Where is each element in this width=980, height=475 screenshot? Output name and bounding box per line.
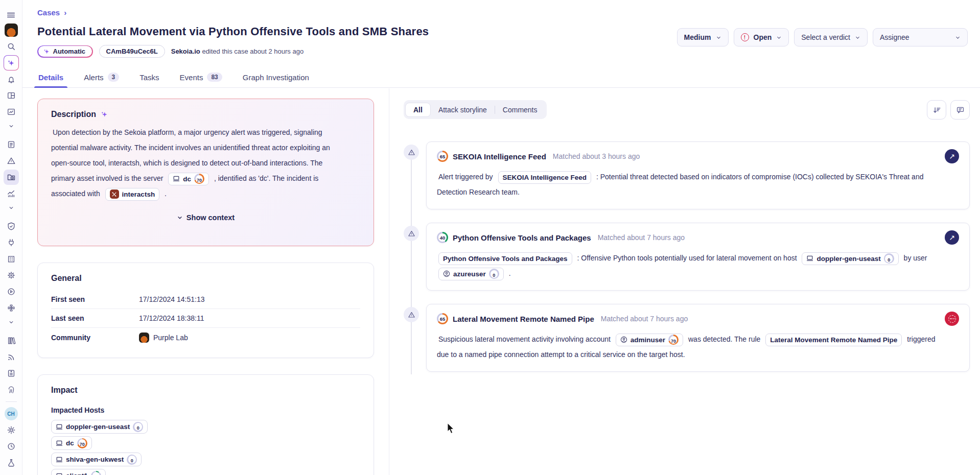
content-split: Description Upon detection by the Sekoia… [22,88,980,475]
chevron-down-icon [776,35,782,40]
details-panel: Description Upon detection by the Sekoia… [22,88,389,475]
rss-feed-icon[interactable] [4,349,19,365]
host-icon [56,456,63,463]
edited-suffix: edited this case about 2 hours ago [200,48,304,55]
menu-icon[interactable] [4,7,19,22]
search-icon[interactable] [4,39,19,54]
breadcrumb-separator: › [64,8,66,17]
breadcrumb[interactable]: Cases › [37,8,66,17]
intelligence-trend-icon[interactable] [4,186,19,201]
rule-chip[interactable]: Python Offensive Tools and Packages [438,252,572,265]
assignee-dropdown[interactable]: Assignee [873,28,968,46]
tab-details[interactable]: Details [37,68,64,87]
sort-descending-button[interactable] [927,100,946,120]
host-chip[interactable]: client1 10 [51,469,106,475]
verdict-placeholder: Select a verdict [801,33,850,41]
status-open-icon: ! [741,33,749,41]
risk-score-ring: 70 [194,174,204,184]
alert-meta: Matched about 7 hours ago [598,233,685,242]
host-chip-dc[interactable]: dc 70 [168,173,209,185]
risk-score-ring: 0 [884,253,894,264]
alert-status-button[interactable] [945,312,959,326]
alert-triangle-icon [404,145,419,160]
sparkle-icon [100,110,108,118]
operations-helm-icon[interactable] [4,268,19,283]
comment-icon [956,106,965,114]
comment-button[interactable] [950,100,970,120]
host-chip[interactable]: doppler-gen-useast 0 [51,420,148,434]
organization-building-icon[interactable] [4,251,19,267]
section-chevron-icon[interactable] [4,202,19,213]
risk-score-ring: 65 [437,151,448,162]
plug-icon[interactable] [4,235,19,250]
alerts-triangle-icon[interactable] [4,153,19,169]
host-icon [56,472,63,475]
risk-score-ring: 70 [77,438,87,448]
breadcrumb-cases-link[interactable]: Cases [37,8,60,17]
ai-assistant-icon[interactable] [4,55,19,70]
verdict-dropdown[interactable]: Select a verdict [794,28,868,46]
community-avatar [139,332,149,343]
open-alert-button[interactable]: ↗ [945,230,959,245]
dashboards-icon[interactable] [4,88,19,103]
risk-score-ring: 0 [127,455,137,465]
section-chevron-icon[interactable] [4,121,19,132]
feed-tab-comments[interactable]: Comments [495,103,545,116]
history-clock-icon[interactable] [4,439,19,454]
automatic-badge-label: Automatic [53,48,86,55]
activity-panel: All Attack storyline Comments [389,88,980,475]
user-chip[interactable]: adminuser 70 [616,334,683,346]
automatic-badge[interactable]: Automatic [37,45,93,58]
feed-item: 40 Python Offensive Tools and Packages M… [404,223,970,291]
risk-score-ring: 70 [668,335,679,345]
feed-tab-all[interactable]: All [405,103,431,117]
entity-chip-interactsh[interactable]: interactsh [105,188,160,201]
alert-title[interactable]: SEKOIA Intelligence Feed [453,152,546,161]
chevron-down-icon [177,215,183,221]
lab-flask-icon[interactable] [4,455,19,470]
general-title: General [51,274,360,283]
feed-tab-attack-storyline[interactable]: Attack storyline [431,103,495,116]
analytics-chart-icon[interactable] [4,104,19,120]
show-context-button[interactable]: Show context [51,213,360,222]
fingerprint-icon[interactable] [4,382,19,397]
case-tabbar: Details Alerts3 Tasks Events83 Graph Inv… [22,68,980,88]
host-chip[interactable]: dc 70 [51,436,92,450]
user-avatar[interactable]: CH [5,407,18,420]
priority-dropdown[interactable]: Medium [677,28,729,46]
status-dropdown[interactable]: ! Open [734,28,789,46]
events-log-icon[interactable] [4,137,19,152]
tab-graph-investigation[interactable]: Graph Investigation [242,68,310,87]
priority-value: Medium [684,33,711,41]
tab-tasks[interactable]: Tasks [138,68,160,87]
user-chip[interactable]: azureuser 0 [438,268,504,280]
playbooks-play-icon[interactable] [4,284,19,299]
open-alert-button[interactable]: ↗ [945,149,959,163]
general-row-first-seen: First seen 17/12/2024 14:51:13 [51,290,360,309]
rule-chip[interactable]: SEKOIA Intelligence Feed [498,171,592,184]
alert-body: Suspicious lateral movement activity inv… [437,331,959,362]
settings-gear-icon[interactable] [4,422,19,438]
workspace-avatar[interactable] [5,23,18,37]
user-icon [443,270,450,277]
case-id-badge[interactable]: CAmB49uCec6L [99,45,165,58]
library-books-icon[interactable] [4,333,19,348]
report-document-icon[interactable] [4,366,19,381]
host-chip[interactable]: doppler-gen-useast 0 [802,252,898,265]
alert-title[interactable]: Python Offensive Tools and Packages [453,233,591,242]
cases-icon[interactable] [4,170,19,185]
feed-item: 65 Lateral Movement Remote Named Pipe Ma… [404,304,970,372]
user-icon [620,336,627,343]
alerts-count-badge: 3 [108,73,120,82]
chevron-down-icon [716,35,721,40]
integrations-puzzle-icon[interactable] [4,300,19,316]
rule-chip[interactable]: Lateral Movement Remote Named Pipe [765,334,902,346]
host-chip[interactable]: shiva-gen-ukwest 0 [51,453,142,466]
shield-check-icon[interactable] [4,219,19,234]
alert-title[interactable]: Lateral Movement Remote Named Pipe [453,315,594,323]
alert-feed: 65 SEKOIA Intelligence Feed Matched abou… [404,141,970,372]
tab-events[interactable]: Events83 [179,68,223,87]
tab-alerts[interactable]: Alerts3 [83,68,120,87]
notifications-bell-icon[interactable] [4,72,19,87]
section-chevron-icon[interactable] [4,317,19,328]
